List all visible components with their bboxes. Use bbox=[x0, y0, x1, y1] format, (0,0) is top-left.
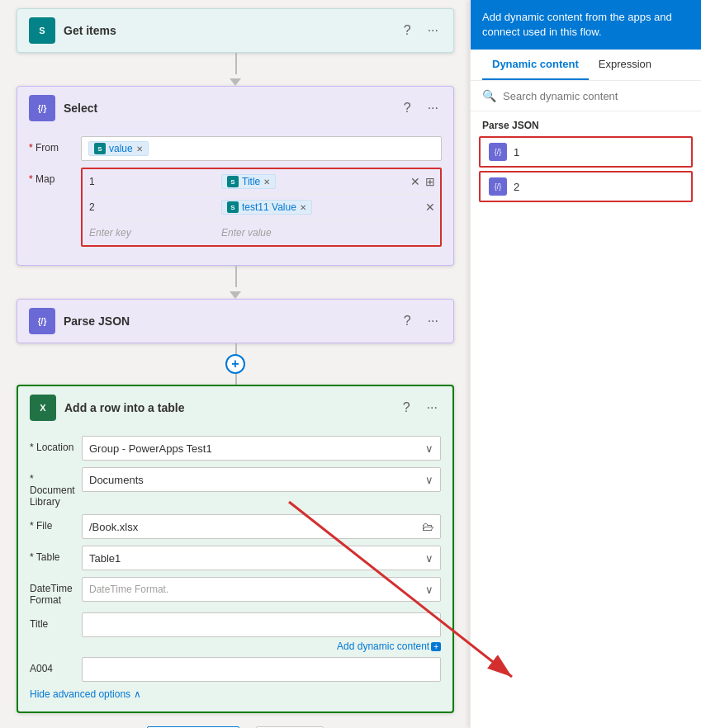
datetime-label: DateTime Format bbox=[30, 577, 75, 606]
tab-expression[interactable]: Expression bbox=[589, 50, 661, 80]
dynamic-panel-header: Add dynamic content from the apps and co… bbox=[471, 0, 701, 50]
get-items-card: S Get items ? ··· bbox=[17, 8, 454, 53]
select-help-button[interactable]: ? bbox=[400, 99, 414, 117]
doc-library-label: * Document Library bbox=[30, 467, 75, 508]
sharepoint-icon: S bbox=[29, 17, 55, 44]
connector-plus: + bbox=[17, 343, 454, 385]
map-row-placeholder: Enter key Enter value bbox=[83, 220, 440, 245]
item-1-label: 1 bbox=[514, 146, 519, 158]
token-sp-icon-2: S bbox=[227, 201, 239, 213]
file-label: * File bbox=[30, 514, 75, 532]
table-label: * Table bbox=[30, 546, 75, 563]
map-row-1: 1 S Title ✕ ✕ ⊞ bbox=[83, 169, 440, 195]
from-input[interactable]: S value ✕ bbox=[81, 136, 442, 161]
a004-input[interactable] bbox=[82, 657, 441, 682]
location-chevron: ∨ bbox=[425, 442, 433, 455]
test11-token[interactable]: S test11 Value ✕ bbox=[221, 200, 312, 215]
connector-2 bbox=[17, 266, 454, 299]
doc-library-select[interactable]: Documents ∨ bbox=[82, 467, 441, 492]
get-items-title: Get items bbox=[64, 24, 392, 37]
a004-label: A004 bbox=[30, 657, 75, 674]
dynamic-item-1[interactable]: {/} 1 bbox=[479, 136, 693, 168]
token-sharepoint-icon: S bbox=[94, 143, 106, 154]
map-row-2: 2 S test11 Value ✕ ✕ bbox=[83, 195, 440, 220]
parse-json-help-button[interactable]: ? bbox=[400, 312, 414, 330]
from-label: From bbox=[29, 136, 74, 154]
get-items-help-button[interactable]: ? bbox=[400, 21, 414, 40]
table-chevron: ∨ bbox=[425, 552, 433, 565]
item-2-icon: {/} bbox=[489, 177, 507, 196]
chevron-up-icon: ∧ bbox=[134, 688, 141, 700]
doc-library-chevron: ∨ bbox=[425, 474, 433, 486]
map-row-1-actions: ✕ ⊞ bbox=[405, 169, 440, 194]
parse-json-card: {/} Parse JSON ? ··· bbox=[17, 299, 454, 343]
file-browse-icon[interactable]: 🗁 bbox=[422, 520, 433, 533]
location-label: * Location bbox=[30, 436, 75, 453]
search-box: 🔍 bbox=[471, 81, 701, 111]
search-dynamic-input[interactable] bbox=[503, 90, 689, 102]
map-grid: 1 S Title ✕ ✕ ⊞ bbox=[81, 168, 442, 247]
token-sp-icon-1: S bbox=[227, 176, 239, 187]
add-dynamic-content-button[interactable]: Add dynamic content + bbox=[337, 641, 441, 652]
select-more-button[interactable]: ··· bbox=[424, 99, 442, 117]
map-row-2-actions: ✕ bbox=[420, 195, 440, 220]
map-value-1[interactable]: S Title ✕ bbox=[215, 169, 405, 194]
add-step-circle[interactable]: + bbox=[225, 354, 245, 374]
enter-key-cell[interactable]: Enter key bbox=[83, 220, 215, 245]
dynamic-panel-tabs: Dynamic content Expression bbox=[471, 50, 701, 81]
datetime-select[interactable]: DateTime Format. ∨ bbox=[82, 577, 441, 602]
title-token-close[interactable]: ✕ bbox=[263, 177, 270, 187]
add-row-more-button[interactable]: ··· bbox=[424, 399, 441, 417]
title-input[interactable] bbox=[82, 612, 441, 637]
add-row-card: X Add a row into a table ? ··· * Locatio… bbox=[17, 385, 454, 713]
dynamic-badge: + bbox=[431, 642, 441, 651]
map-key-1: 1 bbox=[83, 169, 215, 194]
item-2-label: 2 bbox=[514, 181, 519, 193]
map-value-2[interactable]: S test11 Value ✕ bbox=[215, 195, 420, 220]
value-token[interactable]: S value ✕ bbox=[88, 141, 149, 156]
map-key-2: 2 bbox=[83, 195, 215, 220]
enter-value-cell[interactable]: Enter value bbox=[215, 220, 440, 245]
title-label: Title bbox=[30, 612, 75, 630]
item-1-icon: {/} bbox=[489, 143, 507, 161]
location-select[interactable]: Group - PowerApps Test1 ∨ bbox=[82, 436, 441, 461]
map-label: Map bbox=[29, 168, 74, 185]
parse-json-title: Parse JSON bbox=[64, 314, 392, 328]
select-title: Select bbox=[64, 102, 392, 115]
delete-row-2-button[interactable]: ✕ bbox=[425, 201, 435, 214]
title-token[interactable]: S Title ✕ bbox=[221, 174, 276, 189]
file-input[interactable]: /Book.xlsx 🗁 bbox=[82, 514, 441, 539]
datetime-chevron: ∨ bbox=[425, 584, 433, 596]
parse-json-icon: {/} bbox=[29, 308, 55, 334]
table-select[interactable]: Table1 ∨ bbox=[82, 546, 441, 570]
excel-icon: X bbox=[30, 395, 56, 421]
test11-token-close[interactable]: ✕ bbox=[300, 203, 306, 212]
dynamic-content-panel: Add dynamic content from the apps and co… bbox=[470, 0, 701, 728]
parse-json-section-title: Parse JSON bbox=[471, 111, 701, 136]
select-icon: {/} bbox=[29, 95, 55, 121]
search-icon: 🔍 bbox=[482, 89, 496, 102]
connector-1 bbox=[17, 53, 454, 86]
tab-dynamic-content[interactable]: Dynamic content bbox=[482, 50, 589, 80]
get-items-more-button[interactable]: ··· bbox=[424, 21, 442, 40]
add-row-help-button[interactable]: ? bbox=[400, 399, 414, 417]
add-row-title: Add a row into a table bbox=[64, 401, 391, 414]
parse-json-more-button[interactable]: ··· bbox=[424, 312, 442, 330]
copy-row-1-button[interactable]: ⊞ bbox=[425, 175, 435, 188]
select-card: {/} Select ? ··· From S value ✕ bbox=[17, 86, 454, 266]
arrow-1 bbox=[230, 78, 241, 86]
delete-row-1-button[interactable]: ✕ bbox=[410, 175, 420, 188]
token-close-button[interactable]: ✕ bbox=[136, 144, 143, 154]
arrow-2 bbox=[230, 291, 241, 299]
add-dynamic-content-row: Add dynamic content + bbox=[30, 641, 441, 652]
dynamic-item-2[interactable]: {/} 2 bbox=[479, 171, 693, 202]
hide-advanced-button[interactable]: Hide advanced options ∧ bbox=[30, 688, 441, 700]
